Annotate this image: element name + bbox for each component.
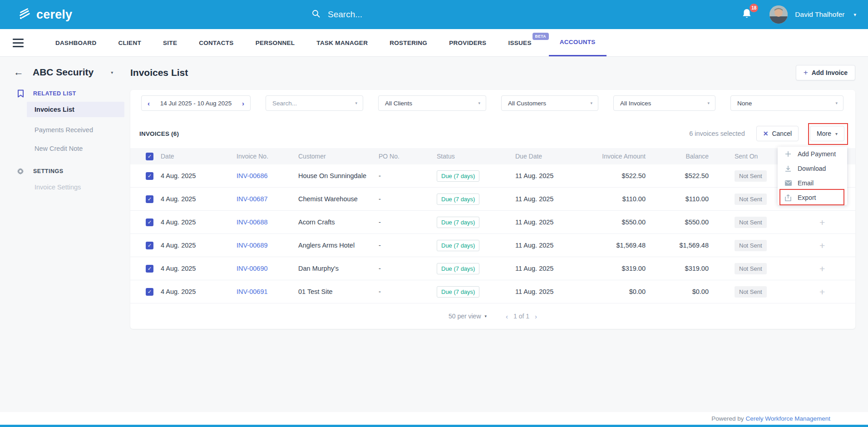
- column-header-balance[interactable]: Balance: [646, 153, 709, 160]
- cell-due-date: 11 Aug. 2025: [515, 172, 584, 179]
- invoice-number-link[interactable]: INV-00690: [237, 265, 268, 272]
- menu-item-download[interactable]: Download: [778, 161, 847, 176]
- column-header-invoice-amount[interactable]: Invoice Amount: [584, 153, 646, 160]
- row-add-icon[interactable]: +: [819, 287, 825, 297]
- date-range-picker[interactable]: ‹ 14 Jul 2025 - 10 Aug 2025 ›: [141, 95, 251, 111]
- cell-due-date: 11 Aug. 2025: [515, 195, 584, 203]
- nav-item-task-manager[interactable]: TASK MANAGER: [306, 29, 379, 56]
- search-filter-dropdown[interactable]: Search... ▾: [266, 95, 363, 111]
- table-body: ✓ 4 Aug. 2025 INV-00686 House On Sunning…: [130, 164, 855, 303]
- nav-item-dashboard[interactable]: DASHBOARD: [44, 29, 107, 56]
- entity-name[interactable]: ABC Security: [33, 67, 94, 78]
- nav-item-providers[interactable]: PROVIDERS: [438, 29, 497, 56]
- envelope-icon: [784, 180, 792, 186]
- customers-filter-dropdown[interactable]: All Customers ▾: [501, 95, 598, 111]
- sidebar-item-invoice-settings[interactable]: Invoice Settings: [27, 181, 124, 193]
- column-header-status[interactable]: Status: [437, 153, 515, 160]
- cell-balance: $319.00: [646, 265, 709, 272]
- invoice-number-link[interactable]: INV-00689: [237, 242, 268, 249]
- cell-customer: Anglers Arms Hotel: [298, 242, 379, 249]
- invoices-section-title: INVOICES (6): [139, 130, 179, 137]
- column-header-invoice-no[interactable]: Invoice No.: [237, 153, 298, 160]
- row-checkbox[interactable]: ✓: [146, 172, 153, 180]
- global-search[interactable]: [311, 0, 446, 29]
- row-add-icon[interactable]: +: [819, 240, 825, 251]
- sidebar-item-new-credit-note[interactable]: New Credit Note: [27, 143, 124, 154]
- add-invoice-button[interactable]: + Add Invoice: [796, 65, 855, 80]
- cell-balance: $110.00: [646, 195, 709, 203]
- cell-balance: $550.00: [646, 218, 709, 226]
- menu-item-add-payment[interactable]: Add Payment: [778, 147, 847, 161]
- search-input[interactable]: [328, 10, 446, 20]
- table-row: ✓ 4 Aug. 2025 INV-00686 House On Sunning…: [130, 164, 855, 188]
- cell-customer: Chemist Warehouse: [298, 195, 379, 203]
- menu-item-email[interactable]: Email: [778, 176, 847, 190]
- invoice-number-link[interactable]: INV-00688: [237, 218, 268, 226]
- page-indicator: 1 of 1: [513, 313, 529, 320]
- clients-filter-dropdown[interactable]: All Clients ▾: [378, 95, 486, 111]
- per-view-dropdown[interactable]: 50 per view ▾: [449, 313, 487, 320]
- sent-on-badge: Not Sent: [735, 170, 767, 182]
- settings-section: SETTINGS: [0, 167, 130, 176]
- invoices-card: ‹ 14 Jul 2025 - 10 Aug 2025 › Search... …: [130, 90, 855, 329]
- cell-invoice-amount: $0.00: [584, 288, 646, 295]
- nav-item-issues[interactable]: ISSUES BETA: [497, 29, 542, 56]
- cell-invoice-amount: $110.00: [584, 195, 646, 203]
- more-actions-button[interactable]: More ▾: [810, 126, 844, 141]
- cerely-link[interactable]: Cerely Workforce Management: [745, 415, 830, 422]
- chevron-down-icon: ▾: [835, 131, 838, 136]
- date-next-icon[interactable]: ›: [242, 99, 244, 107]
- entity-caret-icon[interactable]: ▾: [111, 70, 113, 75]
- column-header-customer[interactable]: Customer: [298, 153, 379, 160]
- invoice-number-link[interactable]: INV-00687: [237, 195, 268, 203]
- column-header-date[interactable]: Date: [161, 153, 237, 160]
- cell-po-no: -: [379, 218, 437, 226]
- date-prev-icon[interactable]: ‹: [148, 99, 150, 107]
- column-header-po-no[interactable]: PO No.: [379, 153, 437, 160]
- nav-item-site[interactable]: SITE: [152, 29, 188, 56]
- row-checkbox[interactable]: ✓: [146, 265, 153, 273]
- select-all-checkbox[interactable]: ✓: [146, 153, 153, 160]
- nav-item-accounts[interactable]: ACCOUNTS: [549, 29, 607, 56]
- row-checkbox[interactable]: ✓: [146, 218, 153, 226]
- cell-balance: $1,569.48: [646, 242, 709, 249]
- prev-page-icon[interactable]: ‹: [506, 313, 508, 320]
- invoices-filter-dropdown[interactable]: All Invoices ▾: [613, 95, 715, 111]
- status-badge: Due (7 days): [437, 286, 479, 298]
- sidebar-item-invoices-list[interactable]: Invoices List: [27, 102, 124, 117]
- sidebar-item-payments-received[interactable]: Payments Received: [27, 124, 124, 136]
- column-header-due-date[interactable]: Due Date: [515, 153, 584, 160]
- nav-item-rostering[interactable]: ROSTERING: [379, 29, 438, 56]
- row-checkbox[interactable]: ✓: [146, 242, 153, 249]
- selected-count-text: 6 invoices selected: [689, 130, 745, 137]
- tags-filter-dropdown[interactable]: None ▾: [730, 95, 843, 111]
- app-header: cerely 18 Davi: [0, 0, 868, 29]
- user-name[interactable]: David Thalhofer: [795, 10, 844, 19]
- menu-item-export[interactable]: Export: [778, 190, 847, 205]
- hamburger-menu-icon[interactable]: [13, 29, 24, 56]
- cell-date: 4 Aug. 2025: [161, 242, 237, 249]
- notification-count-badge: 18: [750, 4, 758, 12]
- cancel-selection-button[interactable]: ✕ Cancel: [756, 126, 799, 141]
- row-add-icon[interactable]: +: [819, 217, 825, 228]
- nav-item-personnel[interactable]: PERSONNEL: [245, 29, 306, 56]
- notifications-button[interactable]: 18: [741, 8, 752, 21]
- back-arrow-icon[interactable]: ←: [14, 67, 24, 77]
- nav-item-contacts[interactable]: CONTACTS: [188, 29, 244, 56]
- cell-balance: $0.00: [646, 288, 709, 295]
- row-checkbox[interactable]: ✓: [146, 288, 153, 296]
- cell-date: 4 Aug. 2025: [161, 288, 237, 295]
- brand-name: cerely: [36, 8, 72, 22]
- user-menu-caret-icon[interactable]: ▾: [853, 12, 856, 18]
- next-page-icon[interactable]: ›: [535, 313, 537, 320]
- row-add-icon[interactable]: +: [819, 263, 825, 274]
- invoice-number-link[interactable]: INV-00691: [237, 288, 268, 295]
- bottom-accent-bar: [0, 425, 868, 427]
- row-checkbox[interactable]: ✓: [146, 195, 153, 203]
- invoice-number-link[interactable]: INV-00686: [237, 172, 268, 179]
- cell-customer: Dan Murphy's: [298, 265, 379, 272]
- user-avatar[interactable]: [769, 5, 788, 24]
- nav-item-client[interactable]: CLIENT: [107, 29, 152, 56]
- cell-invoice-amount: $522.50: [584, 172, 646, 179]
- brand-logo[interactable]: cerely: [17, 6, 72, 23]
